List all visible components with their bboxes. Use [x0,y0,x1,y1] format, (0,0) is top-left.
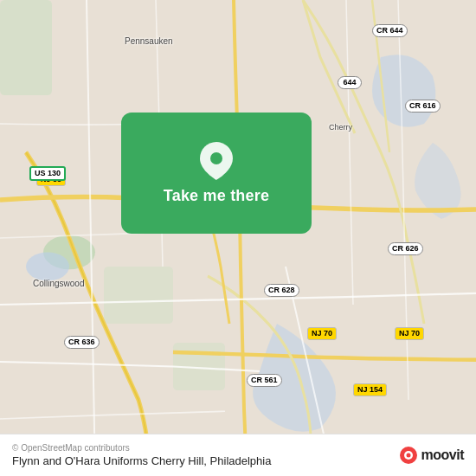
moovit-text: moovit [421,447,464,463]
road-badge-nj70b: NJ 70 [395,327,424,340]
bottom-bar: © OpenStreetMap contributors Flynn and O… [0,434,476,476]
road-badge-cr626: CR 626 [388,242,423,255]
take-me-there-label: Take me there [164,187,269,205]
road-badge-cr561: CR 561 [247,374,282,387]
map-container: Pennsauken Collingswood Cherry CR 644 CR… [0,0,476,476]
moovit-logo: moovit [399,446,464,465]
place-name: Flynn and O'Hara Uniforms Cherry Hill, P… [12,454,271,467]
road-badge-us130: US 130 [29,166,66,181]
svg-rect-4 [104,267,173,324]
place-label-pennsauken: Pennsauken [125,36,173,46]
road-badge-644: 644 [338,76,362,89]
moovit-icon [399,446,418,465]
road-badge-cr628: CR 628 [264,284,299,297]
take-me-there-button[interactable]: Take me there [121,113,312,234]
map-background [0,0,476,476]
road-badge-nj70a: NJ 70 [307,327,337,340]
road-badge-nj154: NJ 154 [353,383,387,396]
copyright-text: © OpenStreetMap contributors [12,443,271,453]
bottom-info: © OpenStreetMap contributors Flynn and O… [12,443,271,467]
road-badge-cr636: CR 636 [64,336,100,349]
road-badge-cr616: CR 616 [405,100,441,113]
place-label-cherry: Cherry [329,123,352,132]
svg-point-2 [26,253,69,281]
location-pin-icon [197,142,235,180]
place-label-collingswood: Collingswood [33,279,84,288]
svg-point-6 [210,152,222,164]
svg-rect-3 [0,0,52,95]
road-badge-cr644: CR 644 [372,24,408,37]
svg-point-9 [406,453,410,458]
